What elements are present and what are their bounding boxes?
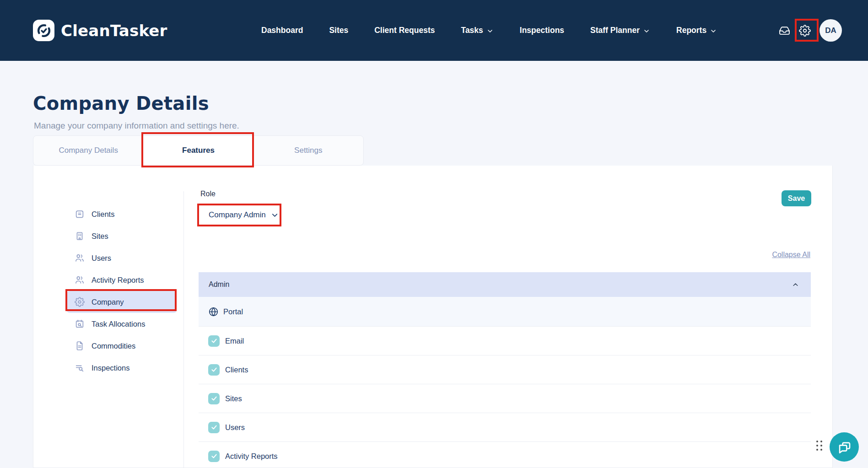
sidebar-item-label: Task Allocations <box>92 320 145 328</box>
sites-checkbox[interactable] <box>208 393 220 404</box>
activity-reports-checkbox[interactable] <box>208 451 220 462</box>
save-button[interactable]: Save <box>782 190 811 206</box>
building-icon <box>75 231 85 241</box>
inbox-icon[interactable] <box>778 25 790 37</box>
chevron-up-icon <box>792 281 799 289</box>
features-panel: Clients Sites Users <box>33 166 833 468</box>
feature-row-email: Email <box>199 327 811 355</box>
check-icon <box>210 395 218 402</box>
sidebar-item-activity-reports[interactable]: Activity Reports <box>67 269 177 291</box>
page-subtitle: Manage your company information and sett… <box>34 121 239 131</box>
feature-row-label: Portal <box>223 307 243 316</box>
tab-features[interactable]: Features <box>143 136 253 165</box>
page-title: Company Details <box>33 93 209 114</box>
feature-row-label: Users <box>225 423 245 432</box>
role-label: Role <box>200 190 216 198</box>
gear-icon[interactable] <box>799 25 811 37</box>
main-nav: Dashboard Sites Client Requests Tasks In… <box>261 0 717 61</box>
feature-row-clients: Clients <box>199 355 811 384</box>
feature-row-portal[interactable]: Portal <box>199 297 811 327</box>
nav-item-sites[interactable]: Sites <box>329 26 348 35</box>
sidebar-item-label: Clients <box>92 210 114 219</box>
feature-row-activity-reports: Activity Reports <box>199 442 811 468</box>
chevron-down-icon <box>710 27 717 35</box>
users-icon <box>75 253 85 263</box>
users-checkbox[interactable] <box>208 422 220 433</box>
sidebar-item-label: Commodities <box>92 342 135 350</box>
tab-settings[interactable]: Settings <box>253 136 363 165</box>
brand-logo[interactable]: CleanTasker <box>33 0 167 61</box>
role-dropdown[interactable]: Company Admin <box>198 204 281 226</box>
nav-item-client-requests[interactable]: Client Requests <box>374 26 435 35</box>
feature-row-label: Clients <box>225 366 248 374</box>
nav-item-dashboard[interactable]: Dashboard <box>261 26 303 35</box>
users-icon <box>75 275 85 285</box>
chevron-down-icon <box>270 211 279 220</box>
collapse-all-link[interactable]: Collapse All <box>772 251 810 259</box>
calendar-search-icon <box>75 319 85 329</box>
chevron-down-icon <box>486 27 494 35</box>
feature-row-label: Activity Reports <box>225 452 278 461</box>
feature-sidebar: Clients Sites Users <box>67 203 177 379</box>
sidebar-item-clients[interactable]: Clients <box>67 203 177 225</box>
feature-row-label: Sites <box>225 394 242 403</box>
sidebar-item-label: Users <box>92 254 111 263</box>
nav-item-staff-planner[interactable]: Staff Planner <box>590 26 650 35</box>
sidebar-item-label: Sites <box>92 232 108 241</box>
chevron-down-icon <box>643 27 650 35</box>
nav-item-inspections[interactable]: Inspections <box>520 26 564 35</box>
sidebar-item-commodities[interactable]: Commodities <box>67 335 177 357</box>
check-icon <box>210 337 218 344</box>
sidebar-item-label: Inspections <box>92 364 129 372</box>
clients-icon <box>75 209 85 219</box>
drag-handle[interactable] <box>816 441 823 452</box>
sidebar-item-company[interactable]: Company <box>67 291 177 313</box>
tab-company-details[interactable]: Company Details <box>33 136 143 165</box>
user-avatar[interactable]: DA <box>819 19 842 42</box>
role-dropdown-value: Company Admin <box>209 210 266 220</box>
chat-icon <box>837 440 852 454</box>
chat-button[interactable] <box>830 432 859 462</box>
check-icon <box>210 366 218 373</box>
accordion-header-admin[interactable]: Admin <box>199 272 811 297</box>
gear-icon <box>75 297 85 307</box>
sidebar-item-label: Company <box>92 298 124 307</box>
check-icon <box>210 424 218 431</box>
clients-checkbox[interactable] <box>208 364 220 376</box>
clock-sync-icon <box>33 20 54 41</box>
top-navigation-bar: CleanTasker Dashboard Sites Client Reque… <box>0 0 868 61</box>
email-checkbox[interactable] <box>208 335 220 347</box>
document-icon <box>75 341 85 351</box>
sidebar-item-users[interactable]: Users <box>67 247 177 269</box>
accordion-section-label: Admin <box>209 280 229 289</box>
check-icon <box>210 452 218 460</box>
sidebar-item-task-allocations[interactable]: Task Allocations <box>67 313 177 335</box>
feature-row-sites: Sites <box>199 384 811 413</box>
sidebar-item-inspections[interactable]: Inspections <box>67 357 177 379</box>
tab-strip: Company Details Features Settings <box>33 135 364 166</box>
brand-name: CleanTasker <box>61 22 167 40</box>
header-actions: DA <box>778 0 842 61</box>
nav-item-reports[interactable]: Reports <box>676 26 717 35</box>
globe-icon <box>209 307 218 317</box>
feature-row-users: Users <box>199 413 811 442</box>
features-accordion: Admin Portal Email Client <box>199 272 811 468</box>
feature-row-label: Email <box>225 337 244 345</box>
sidebar-item-label: Activity Reports <box>92 276 144 285</box>
list-search-icon <box>75 363 85 373</box>
nav-item-tasks[interactable]: Tasks <box>461 26 493 35</box>
sidebar-item-sites[interactable]: Sites <box>67 225 177 247</box>
sidebar-divider <box>183 191 184 468</box>
